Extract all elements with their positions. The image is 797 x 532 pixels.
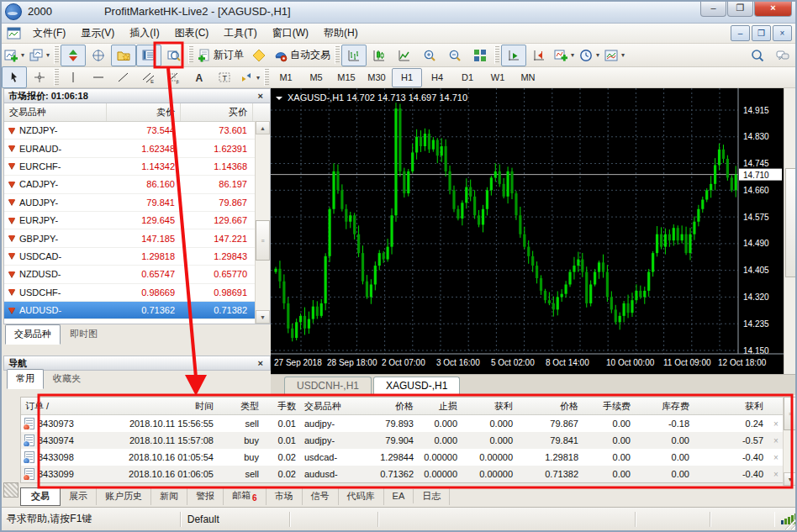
chevron-down-icon[interactable]: ▾ — [621, 51, 625, 59]
market-watch-row[interactable]: CADJPY-86.16086.197 — [4, 176, 270, 193]
orders-col-11[interactable]: 获利 — [694, 400, 768, 413]
order-close-icon[interactable]: × — [768, 470, 784, 479]
menu-item[interactable]: 帮助(H) — [316, 24, 366, 43]
chart-shift-button[interactable] — [526, 45, 552, 66]
navigator-button[interactable] — [111, 45, 136, 66]
navigator-tab-常用[interactable]: 常用 — [7, 369, 44, 389]
terminal-button[interactable] — [136, 45, 161, 66]
timeframe-h4-button[interactable]: H4 — [422, 68, 452, 87]
tester-button[interactable] — [161, 45, 187, 66]
navigator-close-icon[interactable]: × — [256, 358, 266, 368]
periods-button[interactable]: ▾ — [577, 45, 602, 66]
text-a-button[interactable]: A — [187, 66, 212, 88]
orders-table-header[interactable]: 订单 /时间类型手数交易品种价格止损获利价格手续费库存费获利 — [21, 398, 786, 415]
chevron-down-icon[interactable]: ▾ — [596, 51, 599, 59]
trendline-button[interactable] — [111, 66, 136, 88]
child-restore-button[interactable]: ❐ — [752, 25, 771, 41]
market-watch-row[interactable]: EURJPY-129.645129.667 — [4, 212, 270, 229]
orders-col-0[interactable]: 订单 / — [21, 400, 112, 413]
orders-col-3[interactable]: 手数 — [263, 400, 300, 413]
orders-col-1[interactable]: 时间 — [112, 400, 218, 413]
order-row[interactable]: 34330982018.10.16 01:05:54buy0.02usdcad-… — [21, 449, 786, 466]
autoscroll-button[interactable] — [501, 45, 526, 66]
new-order-button[interactable]: 新订单 — [195, 45, 246, 66]
terminal-tab-交易[interactable]: 交易 — [20, 487, 61, 506]
scroll-thumb[interactable]: ≡ — [256, 220, 270, 261]
market-watch-row[interactable]: AUDJPY-79.84179.867 — [4, 194, 270, 212]
zoom-out-button[interactable] — [442, 45, 467, 66]
market-watch-col-1[interactable]: 卖价 — [107, 103, 181, 121]
order-row[interactable]: 34309732018.10.11 15:56:55sell0.01audjpy… — [21, 415, 786, 432]
order-row[interactable]: 34330992018.10.16 01:06:05sell0.02audusd… — [21, 466, 786, 482]
menu-item[interactable]: 文件(F) — [25, 24, 73, 43]
line-chart-button[interactable] — [392, 45, 417, 66]
market-watch-row[interactable]: EURAUD-1.623481.62391 — [4, 140, 270, 157]
text-label-button[interactable]: T — [212, 66, 237, 88]
terminal-tab-账户历史[interactable]: 账户历史 — [97, 488, 151, 505]
orders-col-10[interactable]: 库存费 — [635, 400, 694, 413]
chart-tab[interactable]: USDCNH-,H1 — [284, 377, 372, 395]
market-watch-row[interactable]: USDJPY-111.875111.894 — [4, 319, 270, 324]
new-chart-button[interactable]: ▾ — [2, 45, 27, 66]
autotrading-button[interactable]: 自动交易 — [272, 45, 333, 66]
terminal-tab-市场[interactable]: 市场 — [267, 488, 303, 505]
market-watch-close-icon[interactable]: × — [256, 91, 266, 101]
market-watch-row[interactable]: EURCHF-1.143421.14368 — [4, 158, 270, 176]
order-close-icon[interactable]: × — [768, 453, 784, 462]
data-window-button[interactable] — [86, 45, 111, 66]
navigator-tab-收藏夹[interactable]: 收藏夹 — [44, 369, 90, 389]
status-profile[interactable]: Default — [181, 512, 290, 527]
chevron-down-icon[interactable]: ▾ — [21, 51, 24, 59]
market-watch-scrollbar[interactable]: ▲ ▼ ≡ — [255, 121, 270, 324]
terminal-tab-信号[interactable]: 信号 — [303, 488, 339, 505]
order-row[interactable]: 34309742018.10.11 15:57:08buy0.01audjpy-… — [21, 432, 786, 449]
bar-chart-button[interactable] — [341, 45, 367, 66]
timeframe-d1-button[interactable]: D1 — [452, 68, 483, 87]
timeframe-w1-button[interactable]: W1 — [483, 68, 513, 87]
child-close-button[interactable]: × — [773, 25, 792, 41]
zoom-in-button[interactable] — [417, 45, 442, 66]
chevron-down-icon[interactable]: ▾ — [256, 74, 260, 82]
timeframe-mn-button[interactable]: MN — [513, 68, 543, 87]
market-watch-tab-交易品种[interactable]: 交易品种 — [5, 324, 61, 345]
terminal-scroll-down-icon[interactable]: ▼ — [784, 472, 797, 486]
market-watch-row[interactable]: NZDUSD-0.657470.65770 — [4, 266, 270, 283]
timeframe-h1-button[interactable]: H1 — [392, 68, 422, 87]
hline-button[interactable] — [86, 66, 111, 88]
market-watch-col-0[interactable]: 交易品种 — [4, 103, 107, 121]
market-watch-button[interactable] — [61, 45, 86, 66]
menu-item[interactable]: 图表(C) — [167, 24, 217, 43]
scroll-down-icon[interactable]: ▼ — [256, 310, 270, 324]
terminal-tab-新闻[interactable]: 新闻 — [151, 488, 187, 505]
terminal-grip-icon[interactable] — [3, 482, 18, 498]
terminal-tab-展示[interactable]: 展示 — [61, 488, 97, 505]
terminal-tab-代码库[interactable]: 代码库 — [339, 488, 384, 505]
orders-col-5[interactable]: 价格 — [354, 400, 418, 413]
crosshair-button[interactable] — [27, 66, 52, 88]
orders-col-6[interactable]: 止损 — [418, 400, 462, 413]
minimize-button[interactable]: – — [700, 0, 726, 17]
fibonacci-button[interactable]: F — [161, 66, 187, 88]
menu-item[interactable]: 显示(V) — [73, 24, 122, 43]
menu-item[interactable]: 插入(I) — [122, 24, 166, 43]
order-close-icon[interactable]: × — [768, 419, 784, 429]
market-watch-row[interactable]: USDCHF-0.986690.98691 — [4, 284, 270, 302]
tile-windows-button[interactable] — [467, 45, 493, 66]
chat-button[interactable] — [770, 45, 795, 66]
indicators-button[interactable]: ▾ — [552, 45, 577, 66]
menu-item[interactable]: 窗口(W) — [265, 24, 316, 43]
market-watch-row[interactable]: NZDJPY-73.54473.601 — [4, 122, 270, 140]
chart-scrollbar[interactable] — [784, 88, 797, 374]
timeframe-m30-button[interactable]: M30 — [362, 68, 392, 87]
market-watch-row[interactable]: USDCAD-1.298181.29843 — [4, 248, 270, 266]
chart-scroll-thumb[interactable] — [785, 168, 797, 277]
market-watch-column-headers[interactable]: 交易品种卖价买价 — [4, 103, 270, 122]
templates-button[interactable]: ▾ — [602, 45, 627, 66]
shapes-button[interactable]: ▾ — [237, 66, 262, 88]
orders-col-2[interactable]: 类型 — [218, 400, 263, 413]
candle-chart-button[interactable] — [367, 45, 392, 66]
timeframe-m1-button[interactable]: M1 — [271, 68, 301, 87]
market-watch-row[interactable]: GBPJPY-147.185147.221 — [4, 229, 270, 247]
terminal-tab-邮箱[interactable]: 邮箱6 — [224, 487, 267, 505]
chart-tab[interactable]: XAGUSD-,H1 — [373, 377, 460, 396]
